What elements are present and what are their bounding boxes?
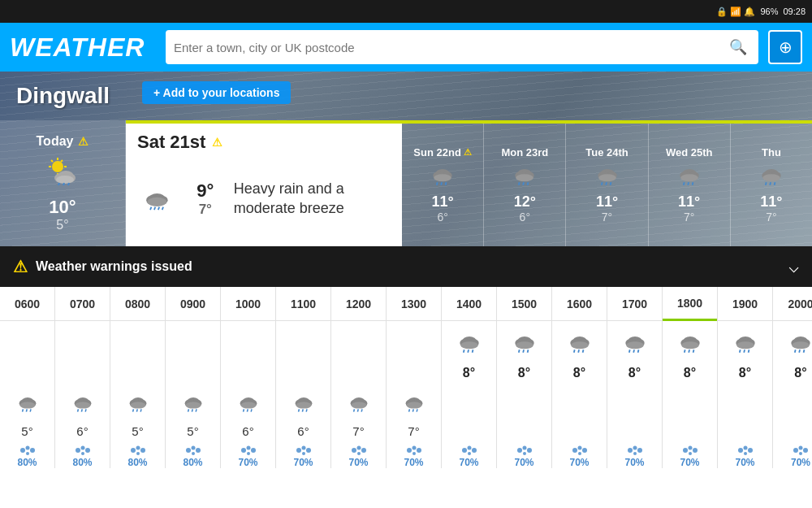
featured-low-temp: 7° (199, 202, 212, 218)
rain-percentage: 80% (72, 457, 92, 468)
hour-col-1300[interactable]: 1300 7° 70% (387, 287, 442, 468)
svg-point-186 (633, 446, 637, 450)
hour-header: 0700 (55, 287, 110, 321)
svg-line-128 (357, 409, 358, 411)
current-location-button[interactable]: ⊕ (768, 30, 802, 64)
hour-top-temp: 8° (573, 366, 585, 384)
rain-drop-icon (460, 444, 478, 457)
hour-bottom-icon (235, 384, 261, 424)
forecast-day-4[interactable]: Thu 11° 7° (731, 124, 812, 246)
forecast-day-3[interactable]: Wed 25th 11° 7° (649, 124, 731, 246)
hour-col-1700[interactable]: 1700 8° 70% (607, 287, 663, 468)
svg-point-185 (628, 448, 633, 453)
search-input[interactable] (174, 41, 726, 54)
forecast-day-icon (428, 162, 457, 193)
add-location-button[interactable]: + Add to your locations (142, 81, 291, 104)
hour-bottom-temp: 6° (297, 424, 309, 441)
svg-line-106 (247, 409, 248, 411)
svg-point-141 (407, 448, 412, 453)
svg-point-159 (516, 341, 533, 349)
warnings-bar[interactable]: ⚠ Weather warnings issued ⌵ (0, 246, 812, 287)
forecast-day-icon (675, 162, 704, 193)
svg-point-175 (577, 446, 581, 450)
forecast-day-icon (757, 162, 786, 193)
svg-point-220 (803, 448, 808, 453)
rain-percentage: 70% (624, 457, 644, 468)
svg-line-63 (30, 409, 31, 411)
forecast-day-high: 11° (596, 193, 618, 211)
hour-header: 1300 (387, 287, 441, 321)
svg-point-163 (517, 448, 522, 453)
hour-header: 0800 (110, 287, 165, 321)
rain-drop-icon (792, 444, 810, 457)
svg-point-109 (246, 446, 250, 450)
status-icons: 🔒 📶 🔔 (716, 7, 755, 17)
svg-point-60 (19, 402, 35, 409)
rain-drop-icon (736, 444, 754, 457)
other-day-cards: Sun 22nd ⚠ 11° 6° Mon 23rd 12° 6° Tue 24… (402, 120, 812, 246)
hour-col-1200[interactable]: 1200 7° 70% (331, 287, 387, 468)
hour-col-0700[interactable]: 0700 6° 80% (55, 287, 110, 468)
svg-point-132 (361, 448, 366, 453)
forecast-day-2[interactable]: Tue 24th 11° 7° (566, 124, 648, 246)
forecast-day-low: 7° (766, 211, 776, 224)
svg-point-188 (633, 452, 637, 455)
today-low-temp: 5° (56, 218, 68, 232)
hour-col-1100[interactable]: 1100 6° 70% (276, 287, 331, 468)
hero-section: Dingwall + Add to your locations Today ⚠ (0, 72, 812, 246)
svg-point-86 (131, 448, 136, 453)
hour-col-2000[interactable]: 2000 8° 70% (773, 287, 812, 468)
svg-point-115 (296, 402, 311, 409)
svg-point-207 (738, 448, 743, 453)
svg-line-129 (361, 409, 362, 411)
hour-col-1500[interactable]: 1500 8° 70% (497, 287, 552, 468)
hour-header: 0900 (166, 287, 220, 321)
clock: 09:28 (783, 7, 806, 16)
svg-line-172 (578, 350, 579, 353)
svg-line-127 (353, 409, 354, 411)
search-button[interactable]: 🔍 (726, 35, 750, 59)
hour-top-temp: 8° (739, 366, 751, 384)
hour-top-icon (676, 321, 705, 366)
hour-col-1400[interactable]: 1400 8° 70% (442, 287, 497, 468)
svg-point-32 (516, 174, 533, 181)
rain-drop-icon (571, 444, 589, 457)
hour-col-0800[interactable]: 0800 5° 80% (110, 287, 166, 468)
hour-col-1600[interactable]: 1600 8° 70% (552, 287, 607, 468)
today-card[interactable]: Today ⚠ (0, 120, 126, 246)
forecast-day-1[interactable]: Mon 23rd 12° 6° (484, 124, 566, 246)
forecast-day-name: Tue 24th (585, 146, 628, 158)
forecast-day-0[interactable]: Sun 22nd ⚠ 11° 6° (402, 124, 484, 246)
svg-line-193 (684, 350, 685, 353)
hour-bottom-temp: 5° (21, 424, 32, 441)
hour-col-0600[interactable]: 0600 5° 80% (0, 287, 55, 468)
featured-high-temp: 9° (197, 180, 214, 202)
hour-header: 1100 (276, 287, 330, 321)
svg-point-196 (683, 448, 688, 453)
svg-line-96 (196, 409, 197, 411)
svg-line-62 (26, 409, 27, 411)
hour-header: 2000 (773, 287, 812, 321)
hour-rain-info: 80% (183, 441, 202, 468)
hour-col-1800[interactable]: 1800 8° 70% (663, 287, 718, 468)
svg-line-171 (573, 350, 574, 353)
svg-line-26 (437, 182, 438, 185)
svg-point-25 (434, 174, 451, 181)
rain-percentage: 80% (183, 457, 202, 468)
rain-percentage: 70% (735, 457, 754, 468)
featured-day-card[interactable]: Sat 21st ⚠ 9° 7° Heavy rai (126, 120, 402, 246)
hour-col-0900[interactable]: 0900 5° 80% (166, 287, 221, 468)
hour-col-1900[interactable]: 1900 8° 70% (718, 287, 773, 468)
svg-line-28 (446, 182, 447, 185)
svg-line-215 (795, 350, 796, 353)
hour-col-1000[interactable]: 1000 6° 70% (221, 287, 276, 468)
svg-line-40 (601, 182, 602, 185)
hour-header: 1400 (442, 287, 496, 321)
svg-point-121 (306, 448, 311, 453)
svg-line-6 (61, 160, 63, 162)
svg-point-53 (762, 174, 780, 181)
hour-bottom-icon (401, 384, 427, 424)
svg-point-144 (412, 452, 416, 455)
rain-percentage: 80% (127, 457, 147, 468)
svg-point-143 (417, 448, 421, 453)
